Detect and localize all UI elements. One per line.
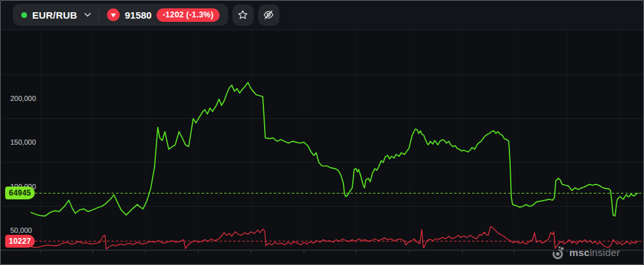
star-icon — [237, 9, 249, 21]
chart-area[interactable]: mscinsider июль 2024сентябрь 2024ноябрь … — [0, 30, 644, 265]
symbol-label: EUR/RUB — [32, 10, 77, 21]
change-badge: -1202 (-1.3%) — [156, 8, 219, 22]
symbol-toolbar: EUR/RUB 91580 -1202 (-1.3%) — [13, 4, 228, 26]
price-value: 91580 — [125, 10, 152, 21]
y-axis: 050,000100,000150,000200,000 — [0, 30, 644, 265]
y-axis-label: 200,000 — [10, 95, 36, 102]
watermark: mscinsider — [551, 246, 620, 260]
watermark-text: mscinsider — [569, 247, 620, 259]
secondary-ref-label: 10227 — [5, 235, 35, 248]
y-axis-label: 150,000 — [10, 138, 36, 146]
toolbar-divider — [99, 8, 99, 21]
price-info: 91580 -1202 (-1.3%) — [107, 8, 220, 22]
arrow-down-circle-icon — [107, 8, 120, 21]
hide-button[interactable] — [258, 5, 279, 26]
y-axis-label: 50,000 — [10, 226, 32, 234]
favorite-button[interactable] — [232, 5, 254, 26]
eye-off-icon — [263, 9, 274, 21]
mscinsider-logo-icon — [551, 246, 565, 260]
price-ref-label: 64945 — [5, 187, 35, 199]
market-status-dot — [21, 12, 27, 18]
watermark-regular: insider — [590, 247, 620, 258]
symbol-selector[interactable]: EUR/RUB — [21, 10, 91, 21]
toolbar: EUR/RUB 91580 -1202 (-1.3%) — [0, 0, 644, 30]
watermark-bold: msc — [569, 247, 590, 258]
chevron-down-icon — [84, 13, 91, 17]
